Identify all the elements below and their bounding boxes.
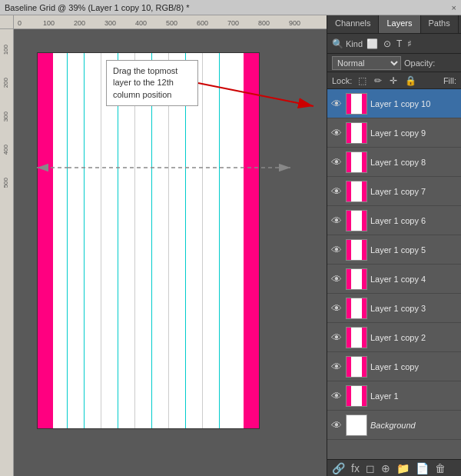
eye-visibility-icon[interactable]: 👁	[330, 361, 343, 373]
lock-transparent-icon[interactable]: ⬚	[357, 75, 368, 86]
layer-thumbnail	[346, 356, 367, 378]
ruler-mark: 700	[227, 19, 239, 27]
eye-visibility-icon[interactable]: 👁	[330, 419, 343, 431]
layer-name: Layer 1 copy 9	[370, 128, 458, 138]
canvas-with-ruler: 100 200 300 400 500	[0, 29, 327, 476]
tab-paths[interactable]: Paths	[421, 15, 459, 33]
ruler-corner	[0, 15, 14, 29]
layer-item[interactable]: 👁Layer 1 copy 8	[327, 148, 461, 177]
layer-thumbnail	[346, 414, 367, 436]
filter-icon-2[interactable]: ⊙	[382, 38, 393, 49]
ruler-mark: 200	[74, 19, 85, 27]
lock-row: Lock: ⬚ ✏ ✛ 🔒 Fill:	[327, 72, 461, 89]
ruler-mark: 800	[258, 19, 270, 27]
title-bar-text: Baseline Grid @ 39% (Layer 1 copy 10, RG…	[5, 3, 452, 12]
new-layer-icon[interactable]: 📄	[414, 462, 430, 474]
layer-thumbnail	[346, 268, 367, 290]
ruler-top: 0 100 200 300 400 500 600 700 800 900	[0, 15, 327, 29]
ruler-mark: 100	[43, 19, 55, 27]
eye-visibility-icon[interactable]: 👁	[330, 244, 343, 256]
lock-image-icon[interactable]: ✏	[373, 75, 383, 86]
filter-icon-1[interactable]: ⬜	[365, 38, 380, 49]
right-panels: Channels Layers Paths 🔍 Kind ⬜ ⊙ T ♯ Nor…	[327, 15, 461, 476]
folder-icon[interactable]: 📁	[395, 462, 411, 474]
search-icon: 🔍	[332, 38, 343, 49]
layer-thumbnail	[346, 210, 367, 231]
tab-channels[interactable]: Channels	[327, 15, 379, 33]
filter-icon-4[interactable]: ♯	[406, 38, 413, 49]
layer-item[interactable]: 👁Layer 1 copy 6	[327, 206, 461, 235]
delete-layer-icon[interactable]: 🗑	[433, 462, 447, 474]
layer-name: Layer 1 copy	[370, 362, 458, 371]
eye-visibility-icon[interactable]: 👁	[330, 98, 343, 110]
eye-visibility-icon[interactable]: 👁	[330, 331, 343, 344]
layer-thumbnail	[346, 93, 367, 115]
layer-thumbnail	[346, 239, 367, 261]
ruler-mark: 0	[18, 19, 22, 27]
grid-lines	[53, 53, 244, 428]
eye-visibility-icon[interactable]: 👁	[330, 185, 343, 198]
doc-left-strip	[38, 53, 53, 428]
layer-name: Layer 1 copy 8	[370, 158, 458, 167]
layer-name: Layer 1 copy 10	[370, 99, 458, 108]
layer-name: Layer 1 copy 2	[370, 333, 458, 342]
lock-position-icon[interactable]: ✛	[388, 75, 399, 86]
ruler-mark: 600	[197, 19, 208, 27]
layer-thumbnail	[346, 327, 367, 348]
link-layers-icon[interactable]: 🔗	[330, 462, 347, 474]
layer-item[interactable]: 👁Layer 1 copy 3	[327, 294, 461, 323]
layer-thumbnail	[346, 181, 367, 202]
layer-thumbnail	[346, 151, 367, 173]
layer-list[interactable]: 👁Layer 1 copy 10👁Layer 1 copy 9👁Layer 1 …	[327, 89, 461, 459]
eye-visibility-icon[interactable]: 👁	[330, 215, 343, 227]
layer-item[interactable]: 👁Layer 1 copy 4	[327, 265, 461, 294]
layer-name: Layer 1 copy 6	[370, 216, 458, 225]
canvas-viewport[interactable]: Drag the topmost layer to the 12th colum…	[14, 29, 327, 476]
doc-right-strip	[244, 53, 259, 428]
canvas-area: 0 100 200 300 400 500 600 700 800 900 10…	[0, 15, 327, 476]
layer-name: Layer 1 copy 5	[370, 245, 458, 255]
layer-item[interactable]: 👁Layer 1 copy 10	[327, 89, 461, 118]
close-button[interactable]: ×	[452, 3, 456, 12]
tab-layers[interactable]: Layers	[379, 15, 420, 33]
layer-thumbnail	[346, 385, 367, 407]
layer-item[interactable]: 👁Layer 1 copy 5	[327, 235, 461, 265]
blend-mode-select[interactable]: Normal	[332, 56, 401, 70]
filter-icon-3[interactable]: T	[395, 38, 403, 49]
fx-icon[interactable]: fx	[350, 462, 361, 474]
eye-visibility-icon[interactable]: 👁	[330, 127, 343, 139]
layer-item[interactable]: 👁Background	[327, 411, 461, 440]
layer-name: Layer 1 copy 4	[370, 275, 458, 284]
eye-visibility-icon[interactable]: 👁	[330, 302, 343, 315]
layer-item[interactable]: 👁Layer 1 copy	[327, 352, 461, 381]
ruler-top-content: 0 100 200 300 400 500 600 700 800 900	[14, 15, 327, 28]
layer-thumbnail	[346, 298, 367, 319]
layer-name: Layer 1	[370, 391, 458, 401]
fill-label: Fill:	[443, 76, 456, 85]
opacity-label: Opacity:	[404, 58, 435, 68]
eye-visibility-icon[interactable]: 👁	[330, 156, 343, 168]
layer-name: Layer 1 copy 3	[370, 304, 458, 313]
ruler-left: 100 200 300 400 500	[0, 29, 14, 476]
layer-name: Background	[370, 421, 458, 430]
layer-thumbnail	[346, 122, 367, 144]
layer-item[interactable]: 👁Layer 1 copy 2	[327, 323, 461, 352]
layer-item[interactable]: 👁Layer 1 copy 9	[327, 118, 461, 148]
document	[37, 52, 260, 429]
title-bar: Baseline Grid @ 39% (Layer 1 copy 10, RG…	[0, 0, 461, 15]
main-layout: 0 100 200 300 400 500 600 700 800 900 10…	[0, 15, 461, 476]
lock-all-icon[interactable]: 🔒	[403, 75, 418, 86]
ruler-mark: 300	[104, 19, 116, 27]
layer-name: Layer 1 copy 7	[370, 187, 458, 196]
adjustment-icon[interactable]: ⊕	[380, 462, 392, 474]
mask-icon[interactable]: ◻	[364, 462, 376, 474]
layer-item[interactable]: 👁Layer 1 copy 7	[327, 177, 461, 206]
lock-label: Lock:	[332, 76, 352, 85]
ruler-mark: 500	[166, 19, 177, 27]
eye-visibility-icon[interactable]: 👁	[330, 273, 343, 285]
layer-item[interactable]: 👁Layer 1	[327, 381, 461, 411]
panel-tabs: Channels Layers Paths	[327, 15, 461, 34]
search-bar: 🔍 Kind ⬜ ⊙ T ♯	[327, 34, 461, 54]
panel-bottom: 🔗 fx ◻ ⊕ 📁 📄 🗑	[327, 459, 461, 476]
eye-visibility-icon[interactable]: 👁	[330, 390, 343, 402]
